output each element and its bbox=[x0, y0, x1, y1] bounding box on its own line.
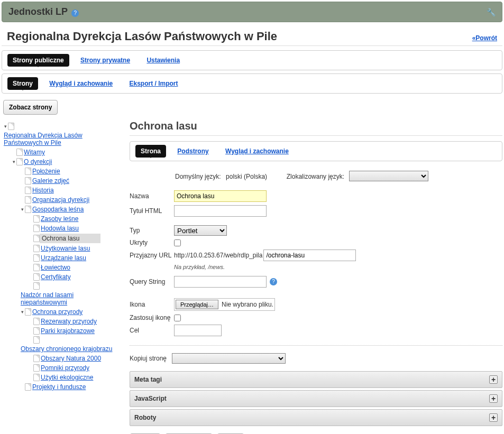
localized-lang-select[interactable] bbox=[349, 171, 428, 181]
page-title: Regionalna Dyrekcja Lasów Państwowych w … bbox=[7, 30, 277, 43]
panel-robots[interactable]: Roboty + bbox=[130, 409, 502, 426]
friendly-url-input[interactable] bbox=[263, 250, 356, 261]
page-tree: ▾ Regionalna Dyrekcja Lasów Państwowych … bbox=[2, 120, 123, 434]
expand-icon[interactable]: + bbox=[489, 413, 498, 422]
page-icon bbox=[25, 383, 31, 391]
name-input[interactable] bbox=[174, 190, 267, 202]
page-icon bbox=[25, 177, 31, 184]
panel-javascript[interactable]: JavaScript + bbox=[130, 390, 502, 407]
help-icon[interactable]: ? bbox=[71, 10, 79, 17]
icon-label: Ikona bbox=[130, 301, 174, 308]
tree-item[interactable]: Nadzór nad lasami niepaństwowymi bbox=[20, 291, 119, 307]
tree-item[interactable]: O dyrekcji bbox=[23, 158, 53, 166]
tab-children[interactable]: Podstrony bbox=[172, 145, 214, 158]
page-icon bbox=[33, 235, 40, 242]
panel-title: Meta tagi bbox=[134, 376, 162, 383]
tree-toggle[interactable]: ▾ bbox=[3, 124, 8, 129]
file-none-text: Nie wybrano pliku. bbox=[222, 301, 273, 308]
url-hint: Na przykład, /news. bbox=[130, 264, 502, 270]
page-icon bbox=[33, 336, 40, 344]
page-icon bbox=[33, 254, 40, 262]
tab-public-pages[interactable]: Strony publiczne bbox=[7, 54, 69, 67]
content-title: Ochrona lasu bbox=[130, 120, 502, 136]
page-icon bbox=[33, 364, 40, 372]
tree-item[interactable]: Hodowla lasu bbox=[40, 224, 80, 233]
wrench-icon[interactable]: 🔧 bbox=[487, 8, 496, 16]
friendly-url-label: Przyjazny URL bbox=[130, 252, 174, 259]
tree-item[interactable]: Ochrona przyrody bbox=[31, 308, 84, 316]
tab-look-feel[interactable]: Wygląd i zachowanie bbox=[44, 77, 118, 90]
tree-item[interactable]: Rezerwaty przyrody bbox=[40, 317, 98, 326]
view-pages-button[interactable]: Zobacz strony bbox=[3, 100, 58, 115]
html-title-input[interactable] bbox=[174, 205, 267, 217]
tree-item[interactable]: Gospodarka leśna bbox=[31, 205, 85, 214]
target-label: Cel bbox=[130, 327, 174, 334]
tree-item[interactable]: Obszary chronionego krajobrazu bbox=[20, 345, 113, 353]
tree-item[interactable]: Obszary Natura 2000 bbox=[40, 354, 102, 363]
tab-page[interactable]: Strona bbox=[135, 145, 166, 158]
page-icon bbox=[33, 327, 40, 335]
return-link[interactable]: «Powrót bbox=[472, 34, 497, 42]
tree-item[interactable]: Łowiectwo bbox=[40, 263, 71, 272]
tree-toggle[interactable]: ▾ bbox=[11, 159, 16, 164]
secondary-tabs: Strony Wygląd i zachowanie Eksport / Imp… bbox=[2, 73, 502, 94]
help-icon[interactable]: ? bbox=[270, 278, 277, 285]
apply-icon-checkbox[interactable] bbox=[174, 315, 181, 321]
page-icon bbox=[25, 206, 31, 213]
tree-item[interactable]: Użytkowanie lasu bbox=[40, 244, 91, 253]
query-input[interactable] bbox=[174, 276, 267, 288]
page-icon bbox=[25, 168, 31, 175]
primary-tabs: Strony publiczne Strony prywatne Ustawie… bbox=[2, 50, 502, 70]
type-label: Typ bbox=[130, 227, 174, 234]
tree-toggle[interactable]: ▾ bbox=[20, 207, 25, 212]
tree-item[interactable]: Galerie zdjęć bbox=[31, 177, 70, 185]
tree-item[interactable]: Organizacja dyrekcji bbox=[31, 196, 90, 204]
header-title: Jednostki LP bbox=[8, 6, 68, 17]
default-lang-label: Domyślny język: bbox=[175, 173, 221, 180]
page-detail-tabs: Strona Podstrony Wygląd i zachowanie bbox=[130, 141, 502, 161]
page-icon bbox=[25, 187, 31, 194]
tree-item[interactable]: Zasoby leśne bbox=[40, 215, 79, 223]
browse-button[interactable]: Przeglądaj… bbox=[176, 300, 218, 309]
tree-item[interactable]: Parki krajobrazowe bbox=[40, 327, 96, 335]
tab-export-import[interactable]: Eksport / Import bbox=[124, 77, 184, 90]
tree-item[interactable]: Pomniki przyrody bbox=[40, 364, 90, 372]
tree-root[interactable]: Regionalna Dyrekcja Lasów Państwowych w … bbox=[3, 131, 119, 147]
tree-item[interactable]: Użytki ekologiczne bbox=[40, 373, 94, 382]
tab-pages[interactable]: Strony bbox=[7, 77, 38, 90]
type-select[interactable]: Portlet bbox=[174, 225, 227, 236]
hidden-checkbox[interactable] bbox=[174, 239, 181, 246]
hidden-label: Ukryty bbox=[130, 239, 174, 246]
tree-item[interactable]: Witamy bbox=[23, 148, 46, 156]
tree-item-selected[interactable]: Ochrona lasu bbox=[40, 234, 100, 243]
apply-icon-label: Zastosuj ikonę bbox=[130, 314, 174, 321]
tree-item[interactable]: Projekty i fundusze bbox=[31, 383, 87, 391]
panel-meta-tags[interactable]: Meta tagi + bbox=[130, 371, 502, 388]
url-prefix: http://10.0.253.67/web/rdlp_pila bbox=[174, 252, 263, 259]
tab-settings[interactable]: Ustawienia bbox=[141, 54, 185, 67]
panel-title: Roboty bbox=[134, 414, 156, 421]
page-icon bbox=[8, 123, 14, 130]
page-icon bbox=[33, 273, 40, 281]
expand-icon[interactable]: + bbox=[489, 394, 498, 403]
page-icon bbox=[33, 245, 40, 252]
copy-page-select[interactable] bbox=[172, 353, 286, 364]
tree-item[interactable]: Historia bbox=[31, 186, 55, 195]
tree-item[interactable]: Położenie bbox=[31, 167, 61, 176]
page-icon bbox=[33, 215, 40, 223]
page-icon bbox=[16, 158, 23, 165]
tab-look[interactable]: Wygląd i zachowanie bbox=[220, 145, 294, 158]
tree-item[interactable]: Urządzanie lasu bbox=[40, 254, 87, 262]
localized-lang-label: Zlokalizowany język: bbox=[287, 173, 344, 180]
tree-toggle[interactable]: ▾ bbox=[20, 309, 25, 315]
page-icon bbox=[33, 264, 40, 271]
page-icon bbox=[16, 149, 23, 156]
tree-item[interactable]: Certyfikaty bbox=[40, 273, 72, 281]
page-icon bbox=[33, 225, 40, 232]
expand-icon[interactable]: + bbox=[489, 375, 498, 384]
tab-private-pages[interactable]: Strony prywatne bbox=[75, 54, 135, 67]
html-title-label: Tytuł HTML bbox=[130, 207, 174, 215]
name-label: Nazwa bbox=[130, 192, 174, 200]
target-input[interactable] bbox=[174, 325, 222, 336]
page-icon bbox=[33, 355, 40, 362]
